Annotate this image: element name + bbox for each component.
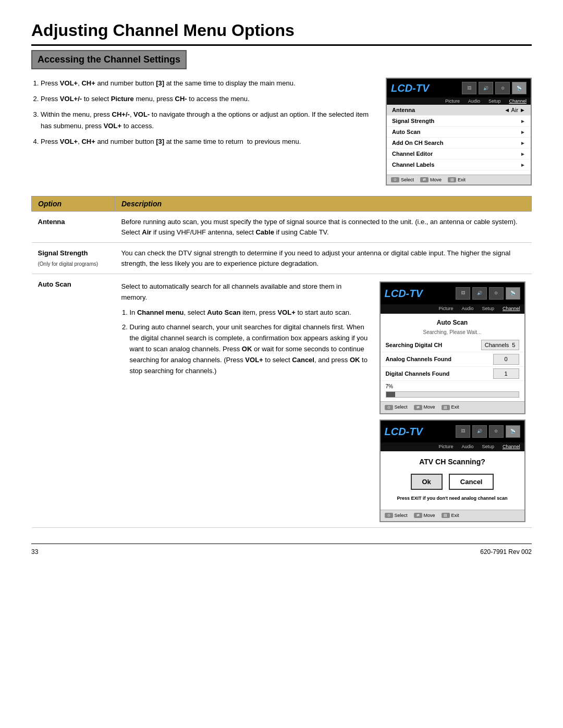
tv-icon-audio-2: 🔊 (472, 287, 487, 300)
intro-steps: Press VOL+, CH+ and number button [3] at… (31, 78, 375, 186)
option-label-auto-scan: Auto Scan (38, 280, 71, 288)
tv-nav-labels-2: Picture Audio Setup Channel (381, 304, 524, 314)
tv-bottom-select: ⊙ Select (391, 177, 414, 182)
table-row-signal-strength: Signal Strength (Only for digital progra… (32, 243, 532, 274)
option-table: Option Description Antenna Before runnin… (31, 196, 532, 528)
tv-scan-row-digital-found: Digital Channels Found 1 (381, 367, 524, 381)
tv-icon-setup-3: ⚙ (489, 425, 504, 438)
tv-bottom-move: ⇄ Move (420, 177, 442, 182)
auto-scan-step-2: During auto channel search, your unit se… (130, 322, 369, 376)
tv-icons-1: 🖼 🔊 ⚙ 📡 (462, 82, 527, 94)
table-row-antenna: Antenna Before running auto scan, you mu… (32, 212, 532, 243)
tv-scan-row-digital: Searching Digital CH Channels 5 (381, 338, 524, 353)
tv-icon-channel-2: 📡 (506, 287, 520, 300)
menu-icon-2: ▤ (442, 405, 450, 410)
tv-icon-channel-3: 📡 (506, 425, 520, 438)
tv-icons-3: 🖼 🔊 ⚙ 📡 (456, 425, 520, 438)
tv-icon-picture-3: 🖼 (456, 425, 470, 438)
tv-scan-progress-bar (386, 391, 519, 398)
tv-icon-setup: ⚙ (495, 82, 510, 94)
auto-scan-intro: Select to automatically search for all c… (121, 281, 369, 303)
tv-screen-3: LCD-TV 🖼 🔊 ⚙ 📡 Picture Audio (380, 419, 525, 523)
tv-menu-auto-scan: Auto Scan ► (387, 127, 531, 138)
menu-icon: ▤ (448, 177, 456, 182)
step-1: Press VOL+, CH+ and number button [3] at… (41, 78, 375, 89)
tv-logo-3: LCD-TV (385, 424, 451, 439)
tv-nav-labels-1: Picture Audio Setup Channel (387, 97, 531, 105)
tv-scan-title: Auto Scan (381, 316, 524, 328)
tv-logo-1: LCD-TV (391, 82, 458, 94)
step-3: Within the menu, press CH+/-, VOL- to na… (41, 109, 375, 132)
option-desc-signal: You can check the DTV signal strength to… (115, 243, 532, 274)
auto-scan-text: Select to automatically search for all c… (121, 281, 369, 522)
table-row-auto-scan: Auto Scan Select to automatically search… (32, 274, 532, 528)
tv-nav-setup: Setup (488, 98, 501, 104)
tv-menu-channel-editor: Channel Editor ► (387, 149, 531, 159)
tv-atv-note: Press EXIT if you don't need analog chan… (386, 495, 519, 502)
page-footer: 33 620-7991 Rev 002 (31, 544, 532, 556)
tv-bottom-exit: ▤ Exit (448, 177, 466, 182)
tv-nav-channel: Channel (509, 98, 527, 104)
circle-icon-2: ⊙ (385, 405, 393, 410)
tv-screen-1: LCD-TV 🖼 🔊 ⚙ 📡 Picture Audio Setup Chann… (386, 78, 532, 186)
ok-button[interactable]: Ok (411, 474, 443, 490)
circle-icon: ⊙ (391, 177, 399, 182)
arrows-icon-2: ⇄ (414, 405, 422, 410)
tv-atv-body: ATV CH Scanning? Ok Cancel Press EXIT if… (381, 451, 524, 510)
tv-atv-title: ATV CH Scanning? (386, 456, 519, 467)
section-heading: Accessing the Channel Settings (31, 50, 187, 69)
tv-header-3: LCD-TV 🖼 🔊 ⚙ 📡 (381, 421, 524, 442)
tv-screen-2: LCD-TV 🖼 🔊 ⚙ 📡 Picture Audio (380, 281, 525, 414)
tv-icon-setup-2: ⚙ (489, 287, 504, 300)
tv-icon-picture-2: 🖼 (456, 287, 470, 300)
tv-bottom-bar-3: ⊙ Select ⇄ Move ▤ Exit (381, 510, 524, 522)
circle-icon-3: ⊙ (385, 513, 393, 518)
col-description-header: Description (115, 196, 532, 212)
footer-code: 620-7991 Rev 002 (480, 548, 532, 556)
tv-menu-body-1: Antenna ◄ Air ► Signal Strength ► Auto S… (387, 105, 531, 175)
auto-scan-screens: LCD-TV 🖼 🔊 ⚙ 📡 Picture Audio (380, 281, 525, 522)
tv-scan-progress-fill (386, 392, 396, 397)
menu-icon-3: ▤ (442, 513, 450, 518)
tv-scan-body: Auto Scan Searching, Please Wait... Sear… (381, 314, 524, 402)
option-desc-auto-scan: Select to automatically search for all c… (115, 274, 532, 528)
tv-icons-2: 🖼 🔊 ⚙ 📡 (456, 287, 520, 300)
step-4: Press VOL+, CH+ and number button [3] at… (41, 136, 375, 147)
tv-icon-picture: 🖼 (462, 82, 476, 94)
tv-nav-audio: Audio (468, 98, 480, 104)
tv-bottom-bar-2: ⊙ Select ⇄ Move ▤ Exit (381, 401, 524, 413)
tv-header-2: LCD-TV 🖼 🔊 ⚙ 📡 (381, 282, 524, 304)
tv-menu-add-on-ch: Add On CH Search ► (387, 138, 531, 149)
arrows-icon-3: ⇄ (414, 513, 422, 518)
tv-bottom-bar-1: ⊙ Select ⇄ Move ▤ Exit (387, 175, 531, 184)
tv-scan-progress-row: 7% (381, 381, 524, 399)
option-sublabel-signal: (Only for digital programs) (38, 261, 99, 267)
auto-scan-step-1: In Channel menu, select Auto Scan item, … (130, 307, 369, 318)
arrows-icon: ⇄ (420, 177, 429, 182)
cancel-button[interactable]: Cancel (449, 474, 494, 490)
tv-nav-picture: Picture (445, 98, 460, 104)
option-label-antenna: Antenna (38, 218, 65, 226)
tv-menu-antenna: Antenna ◄ Air ► (387, 105, 531, 116)
tv-bottom-select-label: Select (401, 177, 414, 182)
tv-bottom-move-label: Move (430, 177, 442, 182)
tv-nav-labels-3: Picture Audio Setup Channel (381, 442, 524, 452)
tv-atv-buttons: Ok Cancel (386, 474, 519, 490)
tv-scan-row-analog: Analog Channels Found 0 (381, 352, 524, 367)
tv-logo-2: LCD-TV (385, 286, 451, 301)
step-2: Press VOL+/- to select Picture menu, pre… (41, 93, 375, 105)
tv-menu-channel-labels: Channel Labels ► (387, 159, 531, 170)
tv-header-1: LCD-TV 🖼 🔊 ⚙ 📡 (387, 79, 531, 97)
col-option-header: Option (32, 196, 115, 212)
option-desc-antenna: Before running auto scan, you must speci… (115, 212, 532, 243)
tv-scan-progress-label: 7% (386, 382, 519, 390)
tv-icon-channel: 📡 (512, 82, 527, 94)
tv-bottom-exit-label: Exit (458, 177, 466, 182)
tv-icon-audio: 🔊 (479, 82, 493, 94)
option-label-signal: Signal Strength (38, 249, 88, 257)
tv-scan-subtitle: Searching, Please Wait... (381, 328, 524, 336)
footer-page-number: 33 (31, 548, 38, 556)
page-title: Adjusting Channel Menu Options (31, 21, 532, 46)
tv-menu-signal-strength: Signal Strength ► (387, 116, 531, 127)
tv-icon-audio-3: 🔊 (472, 425, 487, 438)
